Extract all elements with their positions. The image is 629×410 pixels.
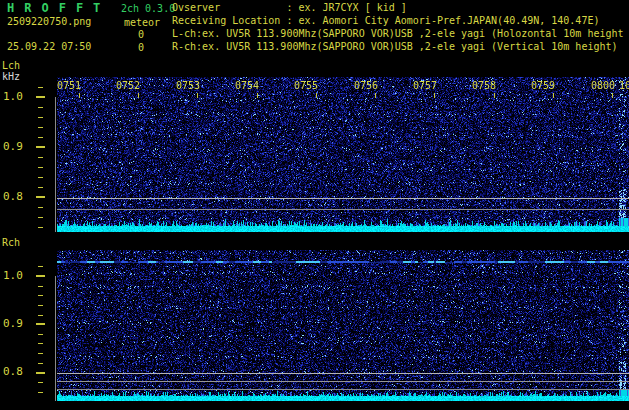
freq-minor-tick	[38, 87, 43, 88]
app-title: HROFFT	[7, 2, 110, 15]
time-label-0758: 0758	[472, 80, 496, 91]
freq-minor-tick	[38, 107, 43, 108]
freq-axis-line	[55, 276, 56, 401]
app-version: 2ch 0.3.0	[121, 3, 175, 14]
freq-major-tick	[36, 323, 45, 325]
time-tick	[138, 93, 139, 98]
freq-minor-tick	[38, 227, 43, 228]
time-label-0759: 0759	[531, 80, 555, 91]
observer-line: Ovserver : ex. JR7CYX [ kid ]	[172, 1, 624, 14]
time-label-0756: 0756	[354, 80, 378, 91]
time-tick	[494, 93, 495, 98]
rch-channel-label: Rch	[2, 237, 20, 248]
freq-minor-tick	[38, 266, 43, 267]
lch-channel-label: Lch	[2, 60, 20, 71]
lch-freq-label-0.9: 0.9	[3, 141, 23, 153]
rch-spectrogram	[57, 250, 629, 401]
rch-freq-label-1.0: 1.0	[3, 270, 23, 282]
freq-minor-tick	[38, 305, 43, 306]
time-tick	[375, 93, 376, 98]
freq-minor-tick	[38, 382, 43, 383]
time-label-0751: 0751	[57, 80, 81, 91]
freq-minor-tick	[38, 295, 43, 296]
freq-minor-tick	[38, 334, 43, 335]
freq-minor-tick	[38, 315, 43, 316]
khz-unit-label: kHz	[2, 71, 20, 82]
freq-major-tick	[36, 96, 45, 98]
freq-minor-tick	[38, 177, 43, 178]
freq-minor-tick	[38, 363, 43, 364]
time-tick	[257, 93, 258, 98]
freq-minor-tick	[38, 167, 43, 168]
freq-minor-tick	[38, 117, 43, 118]
time-label-0754: 0754	[235, 80, 259, 91]
freq-minor-tick	[38, 207, 43, 208]
rch-freq-label-0.8: 0.8	[3, 366, 23, 378]
time-label-overflow: 10	[619, 80, 629, 91]
rch-freq-label-0.9: 0.9	[3, 318, 23, 330]
lch-rig-line: L-ch:ex. UV5R 113.900Mhz(SAPPORO VOR)USB…	[172, 27, 624, 40]
time-tick	[553, 93, 554, 98]
time-tick	[612, 93, 613, 98]
freq-minor-tick	[38, 286, 43, 287]
freq-minor-tick	[38, 343, 43, 344]
location-line: Receiving Location : ex. Aomori City Aom…	[172, 14, 624, 27]
time-label-0753: 0753	[176, 80, 200, 91]
time-tick	[197, 93, 198, 98]
time-tick	[316, 93, 317, 98]
freq-minor-tick	[38, 157, 43, 158]
time-tick	[79, 93, 80, 98]
lch-spectrogram	[57, 77, 629, 232]
output-filename: 2509220750.png	[7, 16, 91, 27]
station-info: Ovserver : ex. JR7CYX [ kid ] Receiving …	[172, 1, 624, 53]
freq-minor-tick	[38, 217, 43, 218]
freq-major-tick	[36, 275, 45, 277]
meteor-count-1: 0	[138, 29, 144, 40]
timestamp: 25.09.22 07:50	[7, 41, 91, 52]
lch-freq-label-0.8: 0.8	[3, 191, 23, 203]
time-label-0757: 0757	[413, 80, 437, 91]
lch-freq-label-1.0: 1.0	[3, 91, 23, 103]
time-tick	[434, 93, 435, 98]
hrofft-window: HROFFT 2ch 0.3.0 2509220750.png meteor 0…	[0, 0, 629, 410]
freq-axis-line	[55, 97, 56, 232]
freq-minor-tick	[38, 353, 43, 354]
freq-minor-tick	[38, 137, 43, 138]
time-label-0752: 0752	[116, 80, 140, 91]
freq-minor-tick	[38, 127, 43, 128]
time-label-0800: 0800	[591, 80, 615, 91]
meteor-count-2: 0	[138, 42, 144, 53]
freq-major-tick	[36, 372, 45, 374]
freq-major-tick	[36, 196, 45, 198]
freq-minor-tick	[38, 187, 43, 188]
meteor-label: meteor	[124, 17, 160, 28]
freq-major-tick	[36, 146, 45, 148]
freq-minor-tick	[38, 392, 43, 393]
time-label-0755: 0755	[294, 80, 318, 91]
rch-rig-line: R-ch:ex. UV5R 113.900Mhz(SAPPORO VOR)USB…	[172, 40, 624, 53]
